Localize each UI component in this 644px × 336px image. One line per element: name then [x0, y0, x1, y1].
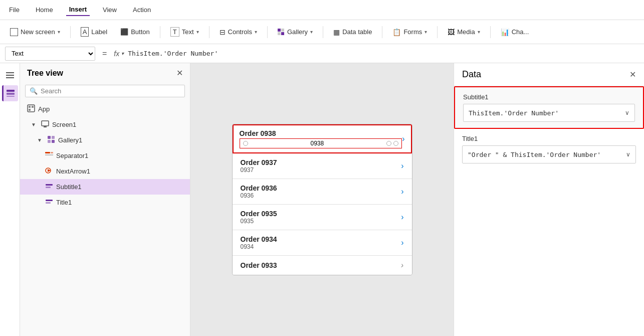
hamburger-menu-button[interactable] [2, 67, 18, 83]
gallery-item-0936[interactable]: Order 0936 0936 › [233, 179, 412, 205]
gallery1-label: Gallery1 [58, 136, 82, 144]
fx-icon: fx [114, 50, 119, 58]
new-screen-icon [10, 28, 18, 36]
gallery-container: Order 0938 0938 [233, 124, 412, 275]
tree-item-screen1[interactable]: ▼ Screen1 [20, 117, 190, 132]
menu-file[interactable]: File [6, 4, 23, 16]
screen1-chevron: ▼ [31, 122, 36, 127]
formula-property-select[interactable]: Text [5, 47, 95, 61]
menu-home[interactable]: Home [33, 4, 56, 16]
sidebar-icons [0, 63, 20, 336]
gallery-item-0938-title: Order 0938 [240, 129, 402, 137]
svg-rect-7 [29, 106, 31, 108]
formula-equals-sign: = [99, 49, 110, 58]
forms-button[interactable]: 📋 Forms ▾ [387, 26, 432, 39]
data-table-button[interactable]: ▦ Data table [328, 26, 377, 39]
gallery-item-0934-content: Order 0934 0934 [241, 235, 401, 250]
title1-label: Title1 [56, 199, 72, 206]
separator1-icon [45, 151, 53, 160]
gallery-chevron: ▾ [310, 29, 313, 35]
separator1-label: Separator1 [56, 152, 88, 159]
menu-insert[interactable]: Insert [66, 4, 90, 16]
svg-rect-17 [51, 152, 53, 153]
tree-search-box[interactable]: 🔍 [25, 85, 185, 97]
gallery-item-0935-subtitle: 0935 [241, 218, 401, 225]
gallery-button[interactable]: Gallery ▾ [273, 26, 318, 38]
toolbar-sep-6 [382, 26, 382, 38]
tree-items-container: App ▼ Screen1 ▼ [20, 101, 190, 336]
toolbar-sep-2 [160, 26, 160, 38]
subtitle1-field-label: Subtitle1 [463, 93, 635, 101]
media-button[interactable]: 🖼 Media ▾ [443, 26, 485, 39]
new-screen-button[interactable]: New screen ▾ [5, 26, 65, 39]
handle-mid[interactable] [386, 141, 391, 146]
gallery-item-0936-content: Order 0936 0936 [241, 184, 401, 199]
charts-button[interactable]: 📊 Cha... [496, 26, 534, 39]
tree-search-input[interactable] [41, 87, 180, 95]
handle-left[interactable] [243, 141, 248, 146]
subtitle1-dropdown[interactable]: ThisItem.'Order Number' ∨ [463, 104, 635, 122]
tree-close-button[interactable]: ✕ [176, 68, 183, 78]
subtitle1-dropdown-value: ThisItem.'Order Number' [469, 109, 559, 117]
app-label: App [38, 105, 50, 113]
new-screen-chevron: ▾ [58, 29, 60, 35]
gallery-item-0934[interactable]: Order 0934 0934 › [233, 230, 412, 256]
tree-item-app[interactable]: App [20, 101, 190, 117]
gallery-icon [278, 29, 285, 36]
tree-item-subtitle1[interactable]: Subtitle1 [20, 179, 190, 195]
title1-dropdown-value: "Order " & ThisItem.'Order Number' [468, 151, 601, 158]
media-chevron: ▾ [478, 29, 480, 35]
button-button[interactable]: ⬛ Button [115, 26, 155, 38]
gallery-item-0933-content: Order 0933 [241, 261, 401, 269]
gallery-frame: Order 0938 0938 [232, 124, 412, 275]
gallery-item-0937-subtitle: 0937 [241, 166, 401, 174]
formula-fx-btn[interactable]: fx ▾ [114, 50, 124, 58]
text-button[interactable]: T Text ▾ [165, 25, 204, 39]
charts-label: Cha... [512, 28, 529, 36]
data-table-icon: ▦ [333, 28, 340, 36]
menu-view[interactable]: View [100, 4, 120, 16]
subtitle1-label: Subtitle1 [56, 183, 82, 191]
canvas-area: Order 0938 0938 [190, 63, 454, 336]
data-table-label: Data table [342, 28, 372, 36]
tree-header: Tree view ✕ [20, 63, 190, 83]
gallery-item-0933[interactable]: Order 0933 › [233, 256, 412, 275]
menu-action[interactable]: Action [130, 4, 154, 16]
gallery-label: Gallery [287, 28, 308, 36]
svg-rect-4 [7, 93, 15, 95]
label-button[interactable]: A Label [76, 25, 112, 39]
nextarrow1-label: NextArrow1 [56, 167, 90, 175]
svg-rect-14 [48, 140, 51, 143]
gallery-item-0938-content: Order 0938 0938 [240, 129, 402, 148]
app-icon [27, 104, 35, 114]
gallery-item-0934-subtitle: 0934 [241, 243, 401, 250]
controls-button[interactable]: ⊟ Controls ▾ [214, 26, 262, 39]
forms-icon: 📋 [392, 28, 401, 36]
title1-icon [45, 198, 53, 207]
gallery-item-0937-content: Order 0937 0937 [241, 158, 401, 174]
tree-item-separator1[interactable]: Separator1 [20, 148, 190, 163]
tree-item-nextarrow1[interactable]: NextArrow1 [20, 163, 190, 179]
formula-input[interactable] [128, 50, 639, 57]
label-label: Label [91, 28, 107, 36]
subtitle1-icon [45, 182, 53, 192]
svg-rect-10 [42, 121, 49, 126]
label-icon: A [81, 27, 89, 37]
gallery-item-0935[interactable]: Order 0935 0935 › [233, 205, 412, 230]
svg-rect-22 [46, 187, 51, 188]
tree-item-gallery1[interactable]: ▼ Gallery1 [20, 132, 190, 148]
forms-label: Forms [403, 28, 422, 36]
tree-panel: Tree view ✕ 🔍 App ▼ Screen1 [20, 63, 190, 336]
title1-dropdown[interactable]: "Order " & ThisItem.'Order Number' ∨ [462, 145, 636, 163]
tree-item-title1[interactable]: Title1 [20, 195, 190, 210]
gallery-item-0935-content: Order 0935 0935 [241, 210, 401, 225]
tree-view-button[interactable] [2, 85, 18, 101]
gallery-item-0938[interactable]: Order 0938 0938 [233, 124, 412, 153]
tree-panel-title: Tree view [27, 69, 63, 78]
controls-label: Controls [228, 28, 252, 36]
handle-right[interactable] [393, 141, 398, 146]
data-panel-header: Data ✕ [454, 63, 644, 86]
gallery-item-0937[interactable]: Order 0937 0937 › [233, 153, 412, 179]
subtitle-text-0938: 0938 [250, 140, 385, 147]
data-panel-close-button[interactable]: ✕ [629, 70, 636, 79]
